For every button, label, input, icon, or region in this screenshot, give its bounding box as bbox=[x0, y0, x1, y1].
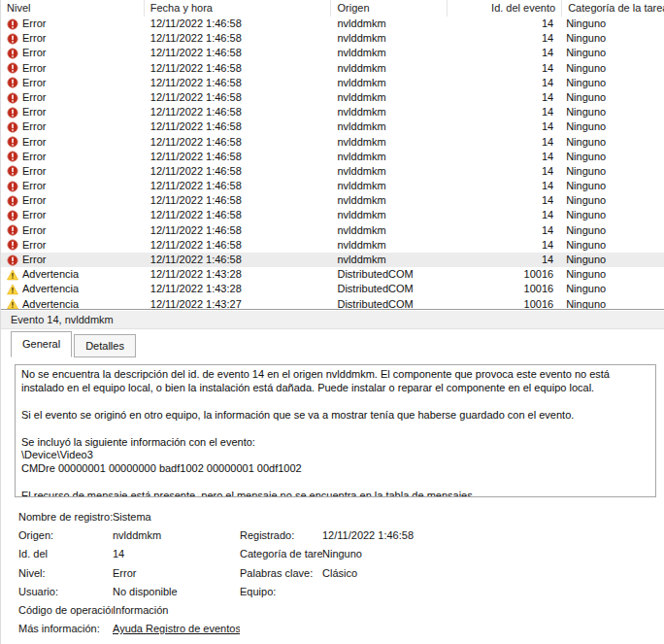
tab-details[interactable]: Detalles bbox=[74, 334, 136, 357]
event-viewer-window: Nivel Fecha y hora Origen Id. del evento… bbox=[0, 0, 664, 644]
level-cell: Error bbox=[1, 208, 145, 222]
datetime-cell: 12/11/2022 1:43:28 bbox=[145, 282, 332, 296]
level-label: Error bbox=[22, 179, 46, 193]
table-row[interactable]: Advertencia 12/11/2022 1:43:28 Distribut… bbox=[1, 282, 664, 296]
source-cell: nvlddmkm bbox=[331, 179, 448, 193]
table-row[interactable]: Error 12/11/2022 1:46:58 nvlddmkm 14 Nin… bbox=[1, 135, 664, 150]
table-row[interactable]: Error 12/11/2022 1:46:58 nvlddmkm 14 Nin… bbox=[1, 31, 664, 46]
table-row[interactable]: Advertencia 12/11/2022 1:43:27 Distribut… bbox=[1, 297, 664, 309]
table-row[interactable]: Error 12/11/2022 1:46:58 nvlddmkm 14 Nin… bbox=[1, 193, 664, 208]
category-cell: Ninguno bbox=[562, 267, 664, 282]
table-row[interactable]: Error 12/11/2022 1:46:58 nvlddmkm 14 Nin… bbox=[1, 208, 664, 222]
table-row[interactable]: Error 12/11/2022 1:46:58 nvlddmkm 14 Nin… bbox=[1, 253, 664, 267]
source-cell: nvlddmkm bbox=[331, 90, 448, 105]
eventid-cell: 14 bbox=[448, 253, 562, 267]
eventid-cell: 14 bbox=[448, 31, 562, 46]
table-row[interactable]: Error 12/11/2022 1:46:58 nvlddmkm 14 Nin… bbox=[1, 61, 664, 76]
category-cell: Ninguno bbox=[562, 297, 664, 309]
level-cell: Error bbox=[1, 193, 145, 208]
event-log-help-link[interactable]: Ayuda Registro de eventos bbox=[113, 620, 240, 638]
error-icon bbox=[7, 181, 18, 192]
level-label: Error bbox=[22, 253, 46, 267]
level-cell: Error bbox=[1, 31, 145, 46]
source-cell: nvlddmkm bbox=[331, 253, 448, 267]
column-header-source[interactable]: Origen bbox=[331, 0, 448, 17]
table-row[interactable]: Error 12/11/2022 1:46:58 nvlddmkm 14 Nin… bbox=[1, 150, 664, 164]
tab-general[interactable]: General bbox=[11, 331, 72, 357]
field-label: Origen: bbox=[18, 526, 113, 545]
general-tab-content: No se encuentra la descripción del id. d… bbox=[1, 364, 664, 638]
table-row[interactable]: Advertencia 12/11/2022 1:43:28 Distribut… bbox=[1, 267, 664, 282]
detail-panel-title: Evento 14, nvlddmkm bbox=[1, 311, 664, 329]
field-label bbox=[240, 620, 322, 638]
field-value: Clásico bbox=[322, 564, 664, 583]
field-label: Equipo: bbox=[240, 583, 322, 601]
category-cell: Ninguno bbox=[562, 223, 664, 238]
datetime-cell: 12/11/2022 1:46:58 bbox=[145, 90, 332, 105]
table-row[interactable]: Error 12/11/2022 1:46:58 nvlddmkm 14 Nin… bbox=[1, 90, 664, 105]
level-cell: Error bbox=[1, 17, 145, 31]
eventid-cell: 14 bbox=[448, 208, 562, 222]
warning-icon bbox=[7, 269, 18, 281]
category-cell: Ninguno bbox=[562, 90, 664, 105]
source-cell: nvlddmkm bbox=[331, 193, 448, 208]
field-value: nvlddmkm bbox=[113, 526, 240, 545]
field-label: Más información: bbox=[18, 620, 113, 638]
table-row[interactable]: Error 12/11/2022 1:46:58 nvlddmkm 14 Nin… bbox=[1, 105, 664, 119]
error-icon bbox=[7, 210, 18, 221]
field-value: Ninguno bbox=[322, 545, 664, 563]
error-icon bbox=[7, 165, 18, 177]
eventid-cell: 14 bbox=[448, 17, 562, 31]
event-list-header: Nivel Fecha y hora Origen Id. del evento… bbox=[1, 0, 664, 17]
level-cell: Error bbox=[1, 238, 145, 253]
level-label: Error bbox=[22, 90, 46, 105]
level-label: Error bbox=[22, 223, 46, 238]
warning-icon bbox=[7, 298, 18, 309]
table-row[interactable]: Error 12/11/2022 1:46:58 nvlddmkm 14 Nin… bbox=[1, 17, 664, 31]
datetime-cell: 12/11/2022 1:46:58 bbox=[145, 193, 332, 208]
table-row[interactable]: Error 12/11/2022 1:46:58 nvlddmkm 14 Nin… bbox=[1, 238, 664, 253]
source-cell: nvlddmkm bbox=[331, 17, 448, 31]
level-cell: Error bbox=[1, 105, 145, 119]
datetime-cell: 12/11/2022 1:46:58 bbox=[145, 119, 332, 134]
category-cell: Ninguno bbox=[562, 193, 664, 208]
field-value: 14 bbox=[113, 545, 240, 563]
source-cell: nvlddmkm bbox=[331, 105, 448, 119]
level-label: Error bbox=[22, 238, 46, 253]
field-value: 12/11/2022 1:46:58 bbox=[322, 526, 664, 545]
table-row[interactable]: Error 12/11/2022 1:46:58 nvlddmkm 14 Nin… bbox=[1, 119, 664, 134]
level-label: Error bbox=[22, 164, 46, 179]
table-row[interactable]: Error 12/11/2022 1:46:58 nvlddmkm 14 Nin… bbox=[1, 164, 664, 179]
level-cell: Error bbox=[1, 253, 145, 267]
field-value: Información bbox=[113, 601, 240, 620]
table-row[interactable]: Error 12/11/2022 1:46:58 nvlddmkm 14 Nin… bbox=[1, 76, 664, 90]
field-label: Id. del bbox=[18, 545, 113, 563]
source-cell: DistributedCOM bbox=[331, 297, 448, 309]
level-label: Error bbox=[22, 31, 46, 46]
error-icon bbox=[7, 77, 18, 88]
eventid-cell: 14 bbox=[448, 223, 562, 238]
column-header-category[interactable]: Categoría de la tarea bbox=[562, 0, 664, 17]
eventid-cell: 14 bbox=[448, 76, 562, 90]
category-cell: Ninguno bbox=[562, 17, 664, 31]
error-icon bbox=[7, 33, 18, 45]
level-label: Error bbox=[22, 208, 46, 222]
datetime-cell: 12/11/2022 1:46:58 bbox=[145, 76, 332, 90]
level-label: Error bbox=[22, 46, 46, 60]
table-row[interactable]: Error 12/11/2022 1:46:58 nvlddmkm 14 Nin… bbox=[1, 46, 664, 60]
table-row[interactable]: Error 12/11/2022 1:46:58 nvlddmkm 14 Nin… bbox=[1, 223, 664, 238]
datetime-cell: 12/11/2022 1:43:28 bbox=[145, 267, 332, 282]
level-label: Advertencia bbox=[22, 297, 79, 309]
category-cell: Ninguno bbox=[562, 238, 664, 253]
column-header-datetime[interactable]: Fecha y hora bbox=[145, 0, 332, 17]
column-header-eventid[interactable]: Id. del evento bbox=[448, 0, 562, 17]
eventid-cell: 14 bbox=[448, 61, 562, 76]
source-cell: nvlddmkm bbox=[331, 208, 448, 222]
level-cell: Advertencia bbox=[1, 267, 145, 282]
table-row[interactable]: Error 12/11/2022 1:46:58 nvlddmkm 14 Nin… bbox=[1, 179, 664, 193]
level-label: Error bbox=[22, 17, 46, 31]
column-header-level[interactable]: Nivel bbox=[1, 0, 145, 17]
level-cell: Error bbox=[1, 164, 145, 179]
level-label: Error bbox=[22, 150, 46, 164]
datetime-cell: 12/11/2022 1:46:58 bbox=[145, 223, 332, 238]
